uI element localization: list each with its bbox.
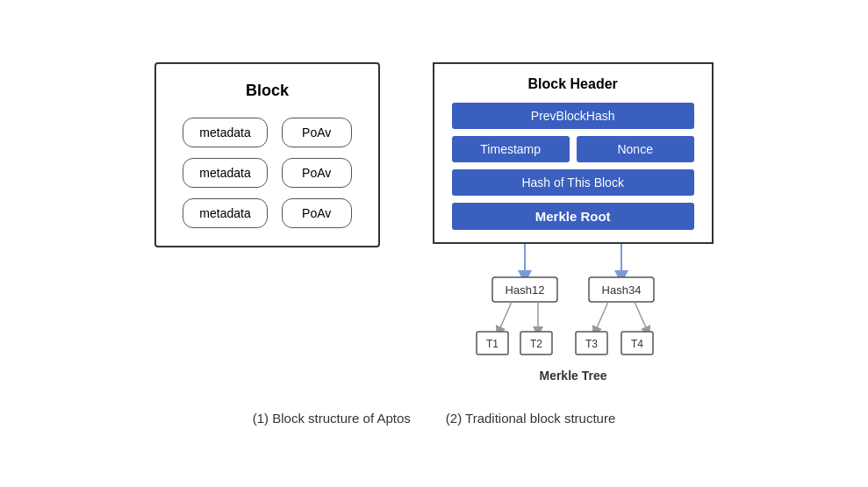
merkle-root-bar: Merkle Root [452, 203, 694, 230]
block-title: Block [183, 82, 351, 100]
poav-cell-1: PoAv [282, 118, 352, 147]
svg-text:Merkle Tree: Merkle Tree [539, 369, 606, 383]
svg-text:T3: T3 [585, 338, 598, 350]
svg-text:Hash34: Hash34 [601, 283, 641, 297]
metadata-cell-2: metadata [183, 158, 267, 188]
block-row-2: metadata PoAv [183, 158, 351, 188]
caption-right: (2) Traditional block structure [446, 411, 615, 426]
metadata-cell-1: metadata [183, 118, 267, 147]
right-diagram: Block Header PrevBlockHash Timestamp Non… [433, 62, 714, 384]
block-row-1: metadata PoAv [183, 118, 351, 147]
block-header-title: Block Header [452, 76, 694, 92]
metadata-cell-3: metadata [183, 198, 267, 228]
block-header-box: Block Header PrevBlockHash Timestamp Non… [433, 62, 714, 244]
svg-line-11 [635, 302, 648, 332]
timestamp-bar: Timestamp [452, 136, 570, 162]
hash-of-this-block-bar: Hash of This Block [452, 169, 694, 196]
merkle-tree-area: Hash12 Hash34 T1 T2 T3 [433, 244, 714, 384]
svg-text:T1: T1 [486, 338, 499, 350]
svg-line-8 [499, 302, 512, 332]
caption-row: (1) Block structure of Aptos (2) Traditi… [253, 411, 616, 426]
nonce-bar: Nonce [577, 136, 694, 162]
poav-cell-2: PoAv [282, 158, 352, 188]
main-container: Block metadata PoAv metadata PoAv metada… [18, 62, 850, 384]
svg-text:Hash12: Hash12 [505, 283, 544, 297]
caption-left: (1) Block structure of Aptos [253, 411, 411, 426]
svg-line-10 [595, 302, 608, 332]
left-diagram: Block metadata PoAv metadata PoAv metada… [154, 62, 379, 247]
block-box: Block metadata PoAv metadata PoAv metada… [154, 62, 379, 247]
svg-text:T4: T4 [631, 338, 643, 350]
prev-block-hash-bar: PrevBlockHash [452, 103, 694, 129]
merkle-svg: Hash12 Hash34 T1 T2 T3 [433, 244, 714, 384]
svg-text:T2: T2 [530, 338, 542, 350]
poav-cell-3: PoAv [282, 198, 352, 228]
block-row-3: metadata PoAv [183, 198, 351, 228]
timestamp-nonce-row: Timestamp Nonce [452, 136, 694, 162]
